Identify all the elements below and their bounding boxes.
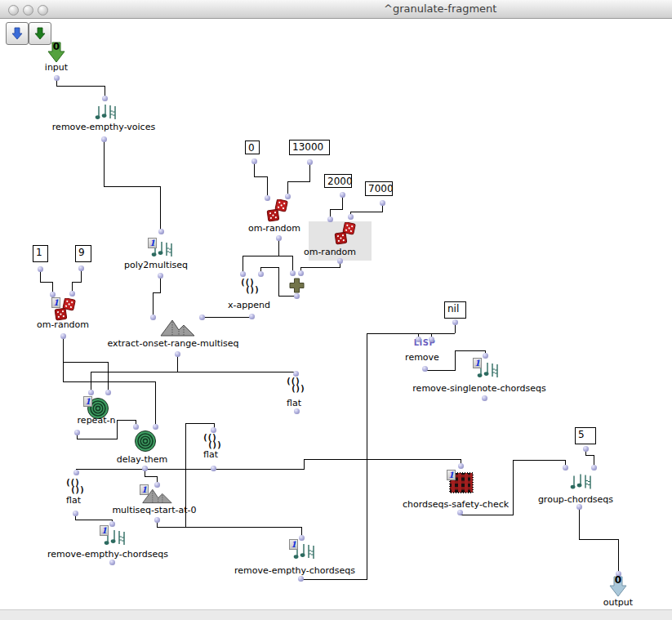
inlet-port[interactable] xyxy=(199,314,205,320)
outlet-port[interactable] xyxy=(78,265,84,271)
number-box[interactable]: 7000 xyxy=(365,181,393,196)
zoom-button[interactable] xyxy=(38,5,48,16)
list-icon[interactable]: (() ()) xyxy=(65,479,84,493)
minimize-button[interactable] xyxy=(23,5,33,16)
number-box[interactable]: 0 xyxy=(245,141,260,154)
blue-down-arrow-button[interactable] xyxy=(6,22,29,45)
inlet-port[interactable] xyxy=(211,427,216,433)
inlet-port[interactable] xyxy=(290,270,296,276)
list-icon[interactable]: (() ()) xyxy=(240,279,259,293)
inlet-port[interactable] xyxy=(102,96,108,101)
outlet-port[interactable] xyxy=(60,333,66,339)
node-label: flat xyxy=(278,398,310,408)
inlet-port[interactable] xyxy=(153,424,158,430)
eval-once-badge: 1 xyxy=(148,238,157,248)
list-icon[interactable]: (() ()) xyxy=(286,377,305,392)
outlet-port[interactable] xyxy=(158,273,163,279)
input-label: input xyxy=(36,62,77,73)
node-label: om-random xyxy=(30,319,96,330)
output-label: output xyxy=(594,597,643,608)
node-label: remove-empthy-chordseqs xyxy=(229,565,360,576)
node-label: chordseqs-safety-check xyxy=(398,499,513,510)
inlet-port[interactable] xyxy=(109,521,115,527)
number-box[interactable]: 1 xyxy=(33,245,48,262)
inlet-port[interactable] xyxy=(50,292,56,297)
inlet-port[interactable] xyxy=(429,337,434,342)
eval-once-badge: 1 xyxy=(100,525,109,536)
node-label: delay-them xyxy=(109,454,175,465)
notes-icon[interactable] xyxy=(569,471,592,496)
inlet-port[interactable] xyxy=(285,194,291,199)
outlet-port[interactable] xyxy=(154,517,160,523)
outlet-port[interactable] xyxy=(482,395,487,401)
inlet-port[interactable] xyxy=(154,482,160,488)
node-label: multiseq-start-at-0 xyxy=(105,505,203,515)
outlet-port[interactable] xyxy=(294,408,300,414)
outlet-port[interactable] xyxy=(307,159,313,165)
inlet-port[interactable] xyxy=(563,465,568,471)
inlet-port[interactable] xyxy=(591,465,597,471)
inlet-port[interactable] xyxy=(158,229,164,234)
outlet-port[interactable] xyxy=(109,560,115,565)
outlet-port[interactable] xyxy=(298,576,304,582)
outlet-port[interactable] xyxy=(380,200,385,206)
outlet-port[interactable] xyxy=(422,366,428,372)
outlet-port[interactable] xyxy=(452,319,458,325)
outlet-port[interactable] xyxy=(576,504,582,510)
outlet-port[interactable] xyxy=(54,75,60,81)
outlet-port[interactable] xyxy=(340,192,345,198)
inlet-port[interactable] xyxy=(240,271,246,277)
inlet-port[interactable] xyxy=(298,270,304,276)
outlet-port[interactable] xyxy=(337,258,343,264)
inlet-port[interactable] xyxy=(258,271,264,277)
inlet-port[interactable] xyxy=(69,291,75,297)
node-label: remove-empthy-voices xyxy=(38,122,169,132)
outlet-port[interactable] xyxy=(276,235,282,241)
number-box[interactable]: 2000 xyxy=(324,174,352,188)
outlet-port[interactable] xyxy=(211,466,216,471)
inlet-port[interactable] xyxy=(348,214,354,220)
dice-icon[interactable] xyxy=(266,199,289,225)
inlet-port[interactable] xyxy=(73,470,79,475)
output-index: 0 xyxy=(609,574,627,586)
patch-window: ^granulate-fragment xyxy=(0,0,672,620)
inlet-port[interactable] xyxy=(416,337,421,342)
outlet-port[interactable] xyxy=(74,430,80,435)
value-box[interactable]: nil xyxy=(444,301,466,319)
number-box[interactable]: 9 xyxy=(75,245,91,262)
inlet-port[interactable] xyxy=(458,463,464,469)
outlet-port[interactable] xyxy=(294,293,300,299)
outlet-port[interactable] xyxy=(101,136,107,142)
outlet-port[interactable] xyxy=(142,466,148,471)
node-label: om-random xyxy=(242,223,307,234)
mountain-icon[interactable] xyxy=(159,319,195,340)
number-box[interactable]: 13000 xyxy=(289,140,330,155)
inlet-port[interactable] xyxy=(327,216,333,222)
outlet-port[interactable] xyxy=(38,266,43,272)
eval-once-badge: 1 xyxy=(83,396,92,407)
lisp-icon[interactable]: LISP xyxy=(408,338,441,347)
list-icon[interactable]: (() ()) xyxy=(202,434,221,448)
inlet-port[interactable] xyxy=(293,371,299,377)
number-box[interactable]: 5 xyxy=(575,427,596,444)
close-button[interactable] xyxy=(8,5,19,16)
node-label: remove-singlenote-chordseqs xyxy=(410,383,549,394)
blue-down-arrow-icon xyxy=(11,27,23,40)
inlet-port[interactable] xyxy=(105,390,111,395)
outlet-port[interactable] xyxy=(457,510,463,515)
outlet-port[interactable] xyxy=(583,446,589,452)
inlet-port[interactable] xyxy=(150,314,156,320)
outlet-port[interactable] xyxy=(175,351,180,357)
node-label: repeat-n xyxy=(72,415,121,426)
inlet-port[interactable] xyxy=(265,195,270,201)
dice-icon[interactable] xyxy=(334,222,357,248)
inlet-port[interactable] xyxy=(88,390,94,395)
outlet-port[interactable] xyxy=(251,158,257,164)
outlet-port[interactable] xyxy=(73,511,78,516)
title-bar[interactable] xyxy=(0,0,672,19)
inlet-port[interactable] xyxy=(133,424,139,430)
inlet-port[interactable] xyxy=(299,535,305,541)
outlet-port[interactable] xyxy=(249,314,255,319)
spiral-icon[interactable] xyxy=(134,430,157,456)
inlet-port[interactable] xyxy=(483,353,488,359)
